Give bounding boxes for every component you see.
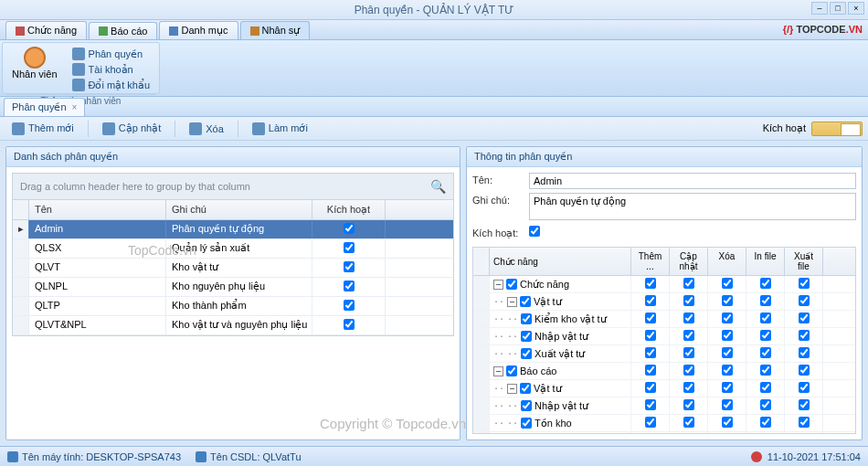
perm-row[interactable]: ·· ·· Kiểm kho vật tư xyxy=(473,311,855,328)
func-checkbox[interactable] xyxy=(520,383,531,394)
row-checkbox[interactable] xyxy=(344,223,355,234)
delete-checkbox[interactable] xyxy=(722,347,733,358)
maximize-button[interactable]: □ xyxy=(830,2,846,15)
group-by-bar[interactable]: Drag a column header here to group by th… xyxy=(12,173,454,200)
add-button[interactable]: Thêm mới xyxy=(5,120,80,138)
func-checkbox[interactable] xyxy=(506,279,517,290)
export-checkbox[interactable] xyxy=(799,312,810,323)
activate-checkbox[interactable] xyxy=(529,226,540,237)
ribbon-item[interactable]: Phân quyền xyxy=(69,47,153,61)
print-checkbox[interactable] xyxy=(760,278,771,289)
update-checkbox[interactable] xyxy=(683,382,694,393)
perm-row[interactable]: ·· ·· Tồn kho xyxy=(473,415,855,432)
update-checkbox[interactable] xyxy=(683,312,694,323)
col-export[interactable]: Xuất file xyxy=(785,248,823,275)
add-checkbox[interactable] xyxy=(645,399,656,410)
table-row[interactable]: QLTPKho thành phẩm xyxy=(13,297,453,316)
row-checkbox[interactable] xyxy=(344,300,355,311)
table-row[interactable]: QLVTKho vật tư xyxy=(13,259,453,278)
perm-row[interactable]: ·· ·· Xuất vật tư xyxy=(473,345,855,363)
col-print[interactable]: In file xyxy=(746,248,785,275)
top-tab[interactable]: Báo cáo xyxy=(89,22,157,39)
activate-toggle[interactable] xyxy=(811,122,863,136)
col-note[interactable]: Ghi chú xyxy=(166,200,312,219)
add-checkbox[interactable] xyxy=(645,278,656,289)
perm-row[interactable]: ·· – Vật tư xyxy=(473,293,855,311)
update-button[interactable]: Cập nhật xyxy=(96,120,167,138)
perm-row[interactable]: ·· ·· Nhập vật tư xyxy=(473,397,855,415)
delete-checkbox[interactable] xyxy=(722,365,733,376)
expand-icon[interactable]: – xyxy=(493,366,503,376)
update-checkbox[interactable] xyxy=(683,278,694,289)
delete-checkbox[interactable] xyxy=(722,295,733,306)
table-row[interactable]: ▸AdminPhân quyền tự động xyxy=(13,220,453,239)
minimize-button[interactable]: – xyxy=(811,2,828,15)
search-icon[interactable]: 🔍 xyxy=(430,179,446,194)
export-checkbox[interactable] xyxy=(799,382,810,393)
expand-icon[interactable]: – xyxy=(507,297,517,307)
delete-checkbox[interactable] xyxy=(722,417,733,428)
table-row[interactable]: QLVT&NPLKho vật tư và nguyên phụ liệu xyxy=(13,316,453,335)
func-checkbox[interactable] xyxy=(521,348,532,359)
delete-checkbox[interactable] xyxy=(722,312,733,323)
add-checkbox[interactable] xyxy=(645,382,656,393)
func-checkbox[interactable] xyxy=(520,296,531,307)
add-checkbox[interactable] xyxy=(645,347,656,358)
add-checkbox[interactable] xyxy=(645,312,656,323)
update-checkbox[interactable] xyxy=(683,347,694,358)
export-checkbox[interactable] xyxy=(799,417,810,428)
delete-checkbox[interactable] xyxy=(722,399,733,410)
ribbon-staff-button[interactable]: Nhân viên xyxy=(6,45,63,94)
delete-button[interactable]: Xóa xyxy=(183,120,230,138)
add-checkbox[interactable] xyxy=(645,330,656,341)
perm-row[interactable]: ·· – Vật tư xyxy=(473,380,855,397)
func-checkbox[interactable] xyxy=(506,365,517,376)
col-function[interactable]: Chức năng xyxy=(490,248,631,275)
row-checkbox[interactable] xyxy=(344,319,355,330)
print-checkbox[interactable] xyxy=(760,399,771,410)
close-button[interactable]: × xyxy=(848,2,864,15)
print-checkbox[interactable] xyxy=(760,417,771,428)
export-checkbox[interactable] xyxy=(799,330,810,341)
col-delete[interactable]: Xóa xyxy=(708,248,746,275)
add-checkbox[interactable] xyxy=(645,295,656,306)
expand-icon[interactable]: – xyxy=(507,384,517,394)
row-checkbox[interactable] xyxy=(344,242,355,253)
print-checkbox[interactable] xyxy=(760,295,771,306)
top-tab[interactable]: Chức năng xyxy=(5,21,87,39)
add-checkbox[interactable] xyxy=(645,365,656,376)
col-activate[interactable]: Kích hoạt xyxy=(312,200,386,219)
perm-row[interactable]: ·· ·· Xuất vật tư xyxy=(473,432,855,434)
top-tab[interactable]: Danh mục xyxy=(159,21,238,39)
delete-checkbox[interactable] xyxy=(722,330,733,341)
print-checkbox[interactable] xyxy=(760,312,771,323)
update-checkbox[interactable] xyxy=(683,330,694,341)
close-icon[interactable]: × xyxy=(72,102,78,112)
name-field[interactable] xyxy=(529,173,856,189)
func-checkbox[interactable] xyxy=(521,313,532,324)
perm-row[interactable]: – Báo cáo xyxy=(473,363,855,380)
update-checkbox[interactable] xyxy=(683,399,694,410)
ribbon-item[interactable]: Tài khoản xyxy=(69,62,153,77)
print-checkbox[interactable] xyxy=(760,347,771,358)
perm-row[interactable]: – Chức năng xyxy=(473,276,855,293)
row-checkbox[interactable] xyxy=(344,281,355,291)
export-checkbox[interactable] xyxy=(799,347,810,358)
print-checkbox[interactable] xyxy=(760,365,771,376)
top-tab[interactable]: Nhân sự xyxy=(240,21,311,39)
print-checkbox[interactable] xyxy=(760,382,771,393)
print-checkbox[interactable] xyxy=(760,330,771,341)
expand-icon[interactable]: – xyxy=(493,280,503,290)
delete-checkbox[interactable] xyxy=(722,382,733,393)
export-checkbox[interactable] xyxy=(799,399,810,410)
ribbon-item[interactable]: Đổi mật khẩu xyxy=(69,78,153,92)
col-name[interactable]: Tên xyxy=(29,200,166,219)
update-checkbox[interactable] xyxy=(683,417,694,428)
note-field[interactable]: Phân quyền tự động xyxy=(529,193,856,220)
func-checkbox[interactable] xyxy=(521,331,532,342)
col-add[interactable]: Thêm ... xyxy=(631,248,670,275)
table-row[interactable]: QLNPLKho nguyên phụ liệu xyxy=(13,278,453,297)
add-checkbox[interactable] xyxy=(645,417,656,428)
row-checkbox[interactable] xyxy=(344,261,355,272)
refresh-button[interactable]: Làm mới xyxy=(246,120,314,138)
